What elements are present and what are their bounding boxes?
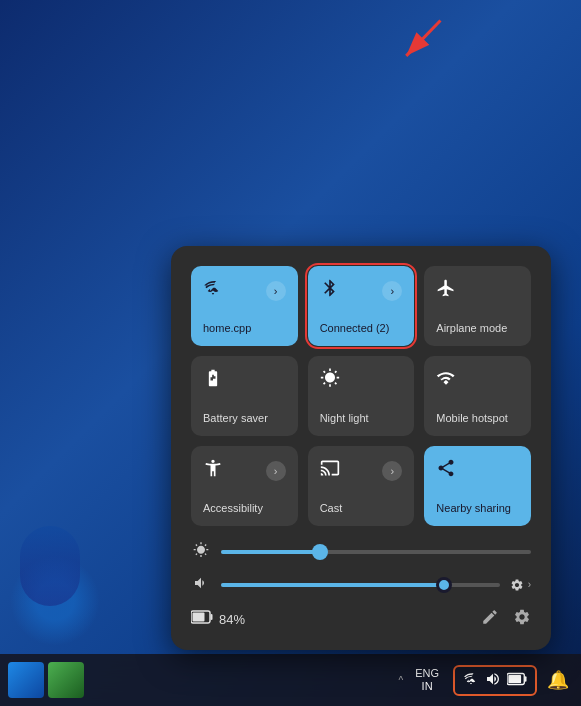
brightness-icon <box>191 542 211 561</box>
volume-fill <box>221 583 444 587</box>
background-blob-2 <box>20 526 80 606</box>
battery-percent: 84% <box>219 612 245 627</box>
night-light-label: Night light <box>320 412 369 424</box>
mobile-hotspot-icon <box>436 368 456 393</box>
sliders-section: › <box>191 542 531 594</box>
nearby-sharing-label: Nearby sharing <box>436 502 511 514</box>
tile-cast[interactable]: › Cast <box>308 446 415 526</box>
taskbar-overflow-chevron[interactable]: ^ <box>394 673 407 688</box>
volume-icon <box>191 575 211 594</box>
wifi-icon <box>203 278 223 303</box>
taskbar-wifi-icon <box>463 671 479 690</box>
cast-label: Cast <box>320 502 343 514</box>
cast-icon <box>320 458 340 483</box>
wifi-label: home.cpp <box>203 322 251 334</box>
tile-bluetooth[interactable]: › Connected (2) <box>308 266 415 346</box>
battery-info: 84% <box>191 610 245 628</box>
taskbar-app-2[interactable] <box>48 662 84 698</box>
tile-wifi[interactable]: › home.cpp <box>191 266 298 346</box>
taskbar-volume-icon <box>485 671 501 690</box>
svg-rect-6 <box>508 674 521 682</box>
volume-slider-row: › <box>191 575 531 594</box>
svg-rect-3 <box>193 613 205 622</box>
accessibility-label: Accessibility <box>203 502 263 514</box>
volume-end-controls[interactable]: › <box>510 578 531 592</box>
brightness-fill <box>221 550 320 554</box>
tile-mobile-hotspot[interactable]: Mobile hotspot <box>424 356 531 436</box>
bottom-bar: 84% <box>191 608 531 630</box>
brightness-thumb[interactable] <box>312 544 328 560</box>
brightness-slider-row <box>191 542 531 561</box>
mobile-hotspot-label: Mobile hotspot <box>436 412 508 424</box>
nearby-sharing-icon <box>436 458 456 483</box>
bottom-actions <box>481 608 531 630</box>
tile-battery-saver[interactable]: Battery saver <box>191 356 298 436</box>
airplane-label: Airplane mode <box>436 322 507 334</box>
taskbar-notification-bell[interactable]: 🔔 <box>543 665 573 695</box>
bluetooth-chevron[interactable]: › <box>382 281 402 301</box>
svg-line-1 <box>406 14 440 63</box>
night-light-icon <box>320 368 340 393</box>
volume-thumb[interactable] <box>436 577 452 593</box>
airplane-icon <box>436 278 456 303</box>
taskbar-left <box>8 662 394 698</box>
battery-icon <box>191 610 213 628</box>
svg-rect-7 <box>525 676 527 681</box>
bluetooth-icon <box>320 278 340 303</box>
tiles-grid: › home.cpp › Connected (2) <box>191 266 531 526</box>
battery-saver-icon <box>203 368 223 393</box>
taskbar-system-icons[interactable] <box>453 665 537 696</box>
volume-track[interactable] <box>221 583 500 587</box>
svg-rect-4 <box>211 614 213 620</box>
taskbar: ^ ENG IN 🔔 <box>0 654 581 706</box>
brightness-track[interactable] <box>221 550 531 554</box>
tile-accessibility[interactable]: › Accessibility <box>191 446 298 526</box>
battery-saver-label: Battery saver <box>203 412 268 424</box>
tile-airplane[interactable]: Airplane mode <box>424 266 531 346</box>
taskbar-battery-icon <box>507 672 527 689</box>
wifi-chevron[interactable]: › <box>266 281 286 301</box>
edit-icon[interactable] <box>481 608 499 630</box>
accessibility-chevron[interactable]: › <box>266 461 286 481</box>
accessibility-icon <box>203 458 223 483</box>
quick-settings-panel: › home.cpp › Connected (2) <box>171 246 551 650</box>
cast-chevron[interactable]: › <box>382 461 402 481</box>
settings-icon[interactable] <box>513 608 531 630</box>
taskbar-language[interactable]: ENG IN <box>407 663 447 697</box>
tile-night-light[interactable]: Night light <box>308 356 415 436</box>
tile-nearby-sharing[interactable]: Nearby sharing <box>424 446 531 526</box>
bluetooth-label: Connected (2) <box>320 322 390 334</box>
taskbar-app-1[interactable] <box>8 662 44 698</box>
